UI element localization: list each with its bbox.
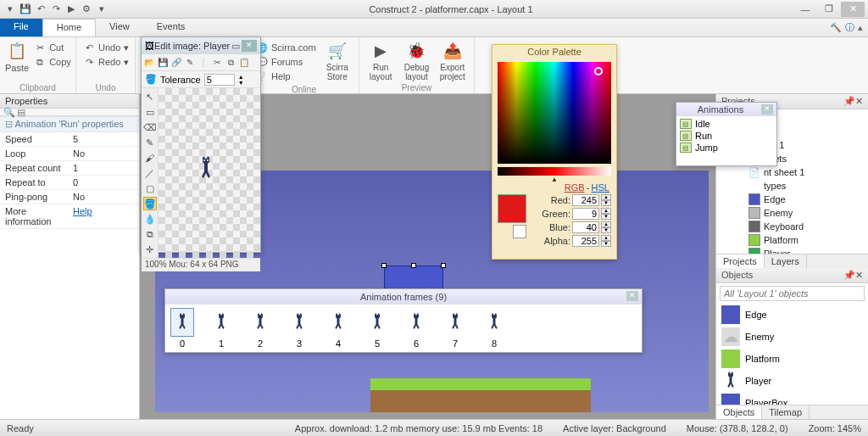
dropdown-icon[interactable]: ▾ [95, 3, 108, 16]
frame-item[interactable]: 8 [482, 308, 506, 349]
brush-icon[interactable]: ✎ [184, 57, 196, 69]
animation-item[interactable]: ▤Run [680, 130, 773, 142]
undo-button[interactable]: ↶Undo▾ [81, 41, 131, 54]
tree-item[interactable]: Platform [716, 233, 868, 247]
object-item[interactable]: Edge [716, 304, 868, 326]
red-spinner[interactable]: ▲▼ [601, 194, 611, 206]
close-icon[interactable]: ✕ [626, 291, 638, 301]
tree-item[interactable]: Player [716, 247, 868, 254]
properties-section[interactable]: Animation 'Run' properties [0, 116, 139, 132]
menu-icon[interactable]: ▾ [3, 3, 17, 16]
blue-spinner[interactable]: ▲▼ [601, 221, 611, 233]
eyedropper-icon[interactable]: 💧 [143, 212, 157, 226]
tree-item[interactable]: Keyboard [716, 220, 868, 233]
object-item[interactable]: Platform [716, 348, 868, 370]
frame-item[interactable]: 4 [326, 308, 350, 349]
copy-button[interactable]: ⧉Copy [32, 55, 73, 69]
select-rect-icon[interactable]: ▭ [143, 105, 157, 119]
object-item[interactable]: Player [716, 370, 868, 392]
property-row[interactable]: More informationHelp [0, 204, 139, 229]
property-row[interactable]: Repeat count1 [0, 161, 139, 176]
color-field[interactable] [498, 62, 611, 164]
link-icon[interactable]: 🔗 [170, 57, 182, 69]
animation-frames-window[interactable]: Animation frames (9)✕ 012345678 [164, 288, 643, 353]
tab-projects[interactable]: Projects [716, 254, 765, 268]
brush-icon[interactable]: 🖌 [143, 151, 157, 165]
property-row[interactable]: Speed5 [0, 132, 139, 147]
frame-item[interactable]: 6 [404, 308, 428, 349]
open-icon[interactable]: 📂 [143, 57, 155, 69]
pencil-icon[interactable]: ✎ [143, 136, 157, 149]
object-item[interactable]: PlayerBox [716, 392, 868, 405]
color-palette-window[interactable]: Color Palette ▲ RGB - HSL Red:▲▼ Green:▲… [492, 44, 617, 260]
pin-icon[interactable]: 📌 [843, 270, 855, 281]
debug-layout-button[interactable]: 🐞Debug layout [400, 39, 432, 81]
close-icon[interactable]: ✕ [761, 104, 773, 115]
funnel-icon[interactable]: ▤ [17, 107, 25, 118]
edit-image-window[interactable]: 🖼Edit image: Player...▭✕ 📂💾 🔗✎ | ✂⧉📋 🪣 T… [141, 36, 261, 253]
frame-item[interactable]: 0 [170, 308, 194, 349]
property-row[interactable]: Repeat to0 [0, 176, 139, 190]
collapse-ribbon-icon[interactable]: ▴ [858, 22, 863, 33]
close-icon[interactable]: ✕ [855, 96, 863, 107]
tab-view[interactable]: View [96, 19, 143, 36]
platform-object[interactable] [370, 378, 591, 412]
search-icon[interactable]: 🔍 [3, 107, 15, 118]
gear-icon[interactable]: ⚙ [80, 3, 93, 16]
tab-home[interactable]: Home [42, 19, 96, 36]
blue-input[interactable] [572, 221, 599, 233]
frame-item[interactable]: 2 [248, 308, 272, 349]
help-icon[interactable]: ⓘ [845, 21, 854, 34]
origin-icon[interactable]: ✛ [143, 243, 157, 256]
save-icon[interactable]: 💾 [157, 57, 169, 69]
color-cursor[interactable] [594, 67, 603, 75]
pointer-icon[interactable]: ↖ [143, 90, 157, 103]
animations-window[interactable]: Animations✕ ▤Idle▤Run▤Jump [676, 102, 777, 166]
frame-item[interactable]: 1 [209, 308, 233, 349]
tree-item[interactable]: types [716, 179, 868, 193]
save-icon[interactable]: 💾 [19, 3, 32, 16]
close-button[interactable]: ✕ [841, 2, 865, 17]
tree-item[interactable]: 📄nt sheet 1 [716, 165, 868, 179]
frame-item[interactable]: 3 [287, 308, 311, 349]
redo-icon[interactable]: ↷ [49, 3, 63, 16]
maximize-button[interactable]: ❐ [817, 2, 841, 17]
tab-events[interactable]: Events [143, 19, 199, 36]
hammer-icon[interactable]: 🔨 [830, 22, 842, 33]
paste-icon[interactable]: 📋 [238, 57, 250, 69]
animation-item[interactable]: ▤Idle [680, 118, 773, 130]
cut-button[interactable]: ✂Cut [32, 41, 73, 54]
rect-icon[interactable]: ▢ [143, 182, 157, 195]
property-row[interactable]: LoopNo [0, 147, 139, 161]
paint-bucket-icon[interactable]: 🪣 [145, 74, 157, 85]
fill-icon[interactable]: 🪣 [143, 197, 157, 210]
tab-layers[interactable]: Layers [765, 254, 807, 268]
pin-icon[interactable]: ▭ [230, 41, 242, 52]
animation-item[interactable]: ▤Jump [680, 142, 773, 154]
objects-search-input[interactable] [720, 286, 865, 301]
red-input[interactable] [572, 194, 599, 206]
spinner-icon[interactable]: ▲▼ [238, 74, 244, 86]
green-input[interactable] [572, 208, 599, 220]
property-row[interactable]: Ping-pongNo [0, 190, 139, 204]
close-icon[interactable]: ✕ [242, 40, 257, 52]
paste-button[interactable]: 📋 Paste [5, 39, 29, 73]
eraser-icon[interactable]: ⌫ [143, 120, 157, 134]
tolerance-input[interactable] [204, 74, 235, 86]
run-icon[interactable]: ▶ [64, 3, 78, 16]
cut-icon[interactable]: ✂ [211, 57, 223, 69]
frame-item[interactable]: 5 [365, 308, 389, 349]
minimize-button[interactable]: — [793, 2, 817, 17]
tab-objects[interactable]: Objects [716, 405, 762, 419]
secondary-color-swatch[interactable] [513, 225, 526, 238]
undo-icon[interactable]: ↶ [34, 3, 47, 16]
pin-icon[interactable]: 📌 [843, 96, 855, 107]
tree-item[interactable]: Enemy [716, 206, 868, 220]
green-spinner[interactable]: ▲▼ [601, 208, 611, 220]
rgb-mode-link[interactable]: RGB [565, 182, 585, 193]
close-icon[interactable]: ✕ [855, 270, 863, 281]
copy-icon[interactable]: ⧉ [225, 57, 236, 69]
value-strip[interactable] [498, 167, 611, 176]
sprite-canvas[interactable] [159, 88, 260, 258]
primary-color-swatch[interactable] [498, 194, 526, 223]
